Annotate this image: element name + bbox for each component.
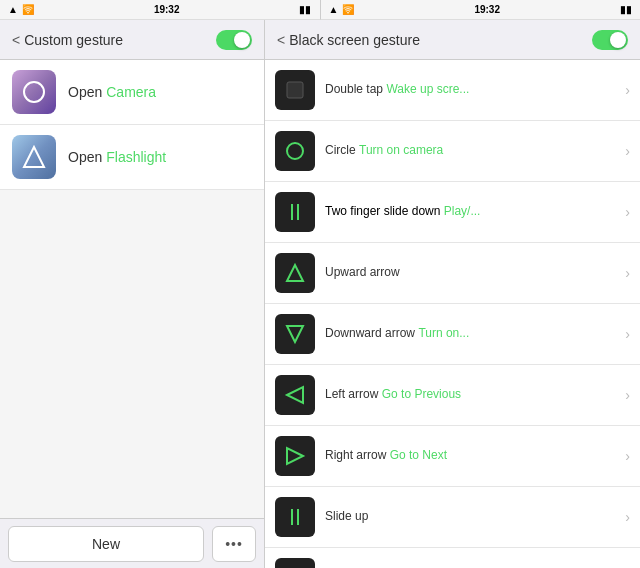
- left-toggle[interactable]: [216, 30, 252, 50]
- svg-rect-2: [287, 82, 303, 98]
- circle-text: Circle Turn on camera: [325, 143, 615, 159]
- flashlight-target: Flashlight: [106, 149, 166, 165]
- list-item[interactable]: Circle Turn on camera ›: [265, 121, 640, 182]
- left-panel-title: Custom gesture: [24, 32, 123, 48]
- time-right: 19:32: [474, 4, 500, 15]
- slide-down-icon: [275, 558, 315, 568]
- battery-icon-left: ▮▮: [299, 4, 311, 15]
- main-content: < Custom gesture Open Camera: [0, 20, 640, 568]
- left-nav-header-left: < Custom gesture: [12, 32, 123, 48]
- left-arrow-icon: [275, 375, 315, 415]
- slide-up-icon: [275, 497, 315, 537]
- svg-marker-9: [287, 448, 303, 464]
- left-arrow-action: Go to Previous: [382, 387, 461, 401]
- svg-point-0: [24, 82, 44, 102]
- up-arrow-text: Upward arrow: [325, 265, 615, 281]
- time-left: 19:32: [154, 4, 180, 15]
- chevron-right-icon: ›: [625, 82, 630, 98]
- chevron-right-icon: ›: [625, 387, 630, 403]
- chevron-right-icon: ›: [625, 509, 630, 525]
- down-arrow-text: Downward arrow Turn on...: [325, 326, 615, 342]
- new-button[interactable]: New: [8, 526, 204, 562]
- black-gesture-list: Double tap Wake up scre... › Circle Turn…: [265, 60, 640, 568]
- svg-marker-6: [287, 265, 303, 281]
- right-arrow-name: Right arrow: [325, 448, 390, 462]
- signal-icon-left: 🛜: [22, 4, 34, 15]
- right-arrow-icon: [275, 436, 315, 476]
- up-arrow-name: Upward arrow: [325, 265, 400, 279]
- up-arrow-icon: [275, 253, 315, 293]
- circle-icon: [275, 131, 315, 171]
- left-gesture-list: Open Camera Open Flashlight: [0, 60, 264, 518]
- right-panel: < Black screen gesture Double tap Wake u…: [265, 20, 640, 568]
- two-finger-name: Two finger slide down Play/...: [325, 204, 615, 220]
- svg-point-3: [287, 143, 303, 159]
- list-item[interactable]: Slide up ›: [265, 487, 640, 548]
- list-item[interactable]: Slide down ›: [265, 548, 640, 568]
- status-bar-left: ▲ 🛜 19:32 ▮▮: [0, 0, 320, 20]
- camera-gesture-text: Open Camera: [68, 84, 156, 100]
- double-tap-icon: [275, 70, 315, 110]
- right-nav-header: < Black screen gesture: [265, 20, 640, 60]
- new-button-label: New: [92, 536, 120, 552]
- camera-gesture-icon: [12, 70, 56, 114]
- svg-marker-1: [24, 147, 44, 167]
- list-item[interactable]: Upward arrow ›: [265, 243, 640, 304]
- right-arrow-text: Right arrow Go to Next: [325, 448, 615, 464]
- flashlight-gesture-text: Open Flashlight: [68, 149, 166, 165]
- chevron-right-icon: ›: [625, 265, 630, 281]
- down-arrow-action: Turn on...: [418, 326, 469, 340]
- wifi-icon-left: ▲: [8, 4, 18, 15]
- battery-area-left: ▮▮: [299, 4, 311, 15]
- list-item[interactable]: Two finger slide down Play/... ›: [265, 182, 640, 243]
- down-arrow-icon: [275, 314, 315, 354]
- right-back-arrow[interactable]: <: [277, 32, 285, 48]
- left-panel: < Custom gesture Open Camera: [0, 20, 265, 568]
- svg-marker-8: [287, 387, 303, 403]
- chevron-right-icon: ›: [625, 448, 630, 464]
- flashlight-gesture-icon: [12, 135, 56, 179]
- list-item[interactable]: Double tap Wake up scre... ›: [265, 60, 640, 121]
- status-bar-row: ▲ 🛜 19:32 ▮▮ ▲ 🛜 19:32 ▮▮: [0, 0, 640, 20]
- svg-marker-7: [287, 326, 303, 342]
- two-finger-text: Two finger slide down Play/...: [325, 204, 615, 220]
- two-finger-icon: [275, 192, 315, 232]
- right-arrow-action: Go to Next: [390, 448, 447, 462]
- slide-up-text: Slide up: [325, 509, 615, 525]
- list-item[interactable]: Left arrow Go to Previous ›: [265, 365, 640, 426]
- left-arrow-name: Left arrow: [325, 387, 382, 401]
- left-nav-header: < Custom gesture: [0, 20, 264, 60]
- right-toggle[interactable]: [592, 30, 628, 50]
- list-item[interactable]: Open Flashlight: [0, 125, 264, 190]
- left-back-arrow[interactable]: <: [12, 32, 20, 48]
- more-button[interactable]: •••: [212, 526, 256, 562]
- chevron-right-icon: ›: [625, 326, 630, 342]
- double-tap-action: Wake up scre...: [386, 82, 469, 96]
- right-nav-header-left: < Black screen gesture: [277, 32, 420, 48]
- left-arrow-text: Left arrow Go to Previous: [325, 387, 615, 403]
- status-bar-right: ▲ 🛜 19:32 ▮▮: [320, 0, 641, 20]
- camera-target: Camera: [106, 84, 156, 100]
- circle-name: Circle: [325, 143, 359, 157]
- battery-area-right: ▮▮: [620, 4, 632, 15]
- slide-up-name: Slide up: [325, 509, 368, 523]
- battery-icon-right: ▮▮: [620, 4, 632, 15]
- signal-icon-right: 🛜: [342, 4, 354, 15]
- left-bottom-bar: New •••: [0, 518, 264, 568]
- double-tap-text: Double tap Wake up scre...: [325, 82, 615, 98]
- wifi-icon-right: ▲: [329, 4, 339, 15]
- circle-action: Turn on camera: [359, 143, 443, 157]
- chevron-right-icon: ›: [625, 204, 630, 220]
- more-button-label: •••: [225, 536, 243, 552]
- list-item[interactable]: Open Camera: [0, 60, 264, 125]
- list-item[interactable]: Downward arrow Turn on... ›: [265, 304, 640, 365]
- right-panel-title: Black screen gesture: [289, 32, 420, 48]
- status-signal-right: ▲ 🛜: [329, 4, 355, 15]
- status-signal-left: ▲ 🛜: [8, 4, 34, 15]
- double-tap-name: Double tap: [325, 82, 386, 96]
- camera-action: Open: [68, 84, 102, 100]
- flashlight-action: Open: [68, 149, 102, 165]
- chevron-right-icon: ›: [625, 143, 630, 159]
- down-arrow-name: Downward arrow: [325, 326, 418, 340]
- list-item[interactable]: Right arrow Go to Next ›: [265, 426, 640, 487]
